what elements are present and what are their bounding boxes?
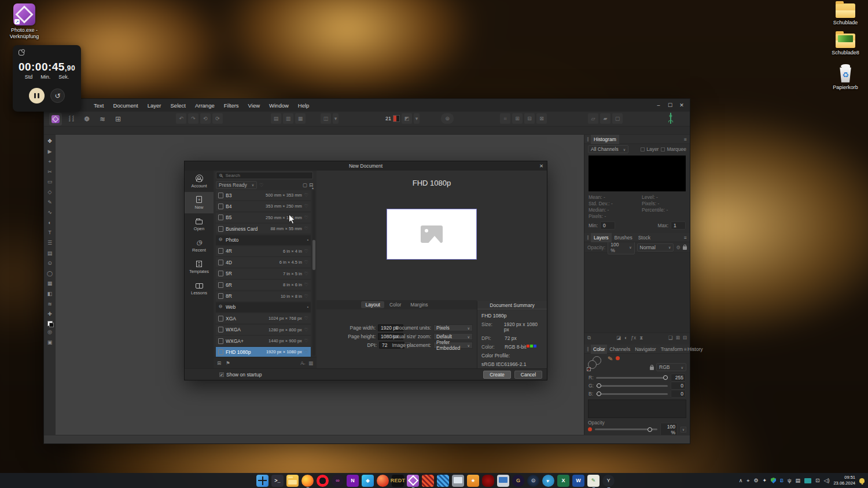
favorite-heart-icon[interactable]: ♡ (304, 193, 308, 198)
preset-row[interactable]: 4R 6 in × 4 in ♡ (216, 246, 311, 256)
settings-tab[interactable]: Color (385, 301, 405, 308)
recycle-bin[interactable]: ♻ Papierkorb (827, 64, 864, 91)
swatch-dropdown-icon[interactable]: ▾ (414, 113, 420, 124)
menu-item[interactable]: Text (89, 102, 108, 109)
layers-panel-tab[interactable]: Stock (635, 233, 653, 242)
favorites-heart-icon[interactable]: ♡ (259, 182, 264, 188)
marquee-checkbox[interactable] (661, 147, 665, 151)
account-person-icon[interactable] (670, 113, 671, 124)
history-forward-icon[interactable]: ⟳ (212, 113, 223, 124)
layers-panel-tab[interactable]: Brushes (612, 233, 635, 242)
tray-app-icon[interactable]: ▤ (795, 478, 800, 483)
max-field[interactable]: 1 (671, 221, 686, 230)
tool-icon[interactable]: T (46, 229, 54, 236)
telegram-icon[interactable]: ▸ (542, 475, 554, 487)
color-slider[interactable]: G: 0 (588, 382, 686, 390)
taskbar-clock[interactable]: 09:5123.06.2024 (833, 475, 855, 486)
layer-effects-icon[interactable]: ⧗ (639, 335, 643, 341)
preset-row[interactable]: 8R 10 in × 8 in ♡ (216, 291, 311, 301)
preset-row[interactable]: B4 353 mm × 250 mm ♡ (216, 201, 311, 211)
blend-mode-dropdown[interactable]: Normal∨ (637, 243, 674, 252)
tool-icon[interactable]: ◎ (46, 328, 54, 336)
preset-row[interactable]: Photo ♡ (216, 235, 311, 245)
clock-app-icon[interactable]: Y (602, 475, 615, 487)
defender-shield-icon[interactable] (771, 478, 776, 483)
excel-icon[interactable]: X (557, 475, 569, 487)
insert-behind-icon[interactable]: ▱ (588, 113, 598, 124)
tool-icon[interactable]: ✂ (46, 168, 54, 176)
preset-row[interactable]: WXGA+ 1440 px × 900 px ♡ (216, 336, 311, 346)
settings-tab[interactable]: Layout (361, 301, 384, 308)
opacity-dropdown-icon[interactable]: ∨ (681, 427, 686, 432)
close-button[interactable]: ✕ (676, 102, 687, 108)
folder-schublade8[interactable]: Schublade8 (827, 34, 864, 56)
color-mode-dropdown[interactable]: RGB∨ (656, 363, 686, 371)
steam-icon[interactable]: ⊙ (527, 475, 539, 487)
tool-icon[interactable]: ≋ (46, 301, 54, 308)
cancel-button[interactable]: Cancel (514, 371, 542, 379)
color-lock-icon[interactable] (650, 367, 654, 370)
gradient-icon[interactable]: ◩ (402, 113, 412, 124)
teal-app-icon[interactable] (804, 478, 811, 483)
no-color-swatch[interactable] (587, 367, 591, 371)
tool-icon[interactable]: ▶ (46, 148, 54, 156)
copy-icon[interactable]: ▦ (295, 113, 306, 124)
second-screen-icon[interactable]: ⊡ (815, 478, 820, 483)
layers-opacity-dropdown[interactable]: 100 %∨ (608, 241, 634, 254)
folder-schublade[interactable]: Schublade (827, 3, 864, 26)
tool-icon[interactable]: ⌖ (46, 158, 54, 165)
dialog-sidebar-item[interactable]: Lessons (185, 278, 214, 299)
mouse-settings-icon[interactable]: ⌖ (746, 478, 749, 483)
minimize-button[interactable]: – (653, 102, 664, 108)
paste-icon[interactable]: ▥ (283, 113, 293, 124)
snapping-icon[interactable]: ⌗ (500, 113, 510, 124)
onenote-icon[interactable]: N (347, 475, 359, 487)
link-layers-icon[interactable]: ⧉ (587, 335, 591, 341)
force-pixel-icon[interactable]: ⊞ (512, 113, 523, 124)
transform-origin-icon[interactable]: ⊠ (536, 113, 547, 124)
affinity-photo-icon[interactable] (407, 475, 419, 487)
preset-row[interactable]: XGA 1024 px × 768 px ♡ (216, 313, 311, 323)
slider-knob[interactable] (597, 391, 601, 396)
preset-row[interactable]: FHD 1080p 1920 px × 1080 px ♡ (216, 347, 311, 357)
bluetooth-icon[interactable]: Ƀ (780, 478, 784, 483)
star-app-icon[interactable]: ★ (467, 475, 479, 487)
favorite-heart-icon[interactable]: ♡ (304, 316, 308, 321)
panel-grip-icon[interactable]: ∥ (587, 346, 589, 352)
layers-menu-icon[interactable]: ≡ (684, 235, 687, 241)
preset-row[interactable]: Web ♡ (216, 302, 311, 312)
favorite-heart-icon[interactable]: ♡ (304, 249, 308, 254)
units-dropdown[interactable]: Pixels∨ (433, 324, 473, 331)
preset-row[interactable]: Business Card 88 mm × 55 mm ♡ (216, 224, 311, 234)
color-panel-tab[interactable]: Color (591, 345, 607, 354)
favorite-heart-icon[interactable]: ♡ (304, 204, 308, 209)
add-layer-icon[interactable]: ⊞ (676, 335, 680, 341)
show-on-startup-checkbox[interactable]: ✓ (219, 372, 224, 377)
scrollbar-thumb[interactable] (312, 240, 315, 270)
favorite-heart-icon[interactable]: ♡ (304, 338, 308, 343)
menu-item[interactable]: Window (264, 102, 293, 109)
tool-icon[interactable]: ◧ (46, 290, 54, 298)
preset-row[interactable]: B5 250 mm × 176 mm ♡ (216, 213, 311, 223)
preset-row[interactable]: WXGA 1280 px × 800 px ♡ (216, 325, 311, 335)
clipboard-icon[interactable]: ▤ (271, 113, 281, 124)
preset-scrollbar[interactable] (312, 190, 315, 356)
gpu-app-icon[interactable]: ✦ (762, 478, 767, 483)
color-swatch-icon[interactable] (393, 115, 400, 122)
dialog-sidebar-item[interactable]: Templates (185, 256, 214, 278)
color-panel-tab[interactable]: Channels (607, 345, 632, 354)
dialog-sidebar-item[interactable]: Open (185, 213, 214, 235)
opera-icon[interactable] (317, 475, 329, 487)
tool-icon[interactable]: ▤ (46, 250, 54, 257)
move-by-pixel-icon[interactable]: ⊟ (524, 113, 535, 124)
timer-pause-button[interactable] (29, 88, 45, 103)
favorite-heart-icon[interactable]: ♡ (304, 349, 308, 354)
cube-app-icon[interactable]: ◆ (362, 475, 374, 487)
category-dropdown[interactable]: Press Ready∨ (216, 181, 257, 189)
pc-app-icon[interactable] (497, 475, 509, 487)
export-persona-icon[interactable]: ⊞ (112, 113, 124, 125)
color-slider[interactable]: B: 0 (588, 390, 686, 398)
insert-top-icon[interactable]: ▰ (600, 113, 610, 124)
tool-icon[interactable] (47, 321, 53, 326)
dialog-sidebar-item[interactable]: Account (185, 171, 214, 192)
